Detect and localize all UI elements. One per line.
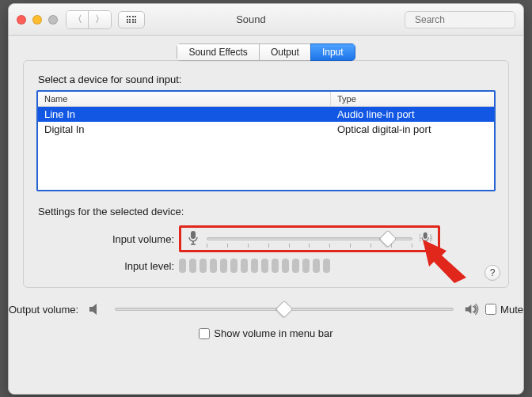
titlebar: 〈 〉 Sound xyxy=(9,4,523,36)
window-title: Sound xyxy=(97,13,405,25)
col-name[interactable]: Name xyxy=(38,92,331,106)
slider-thumb[interactable] xyxy=(276,301,294,319)
speaker-low-icon xyxy=(88,303,104,316)
device-name: Digital In xyxy=(38,122,331,137)
svg-marker-13 xyxy=(466,304,472,314)
help-button[interactable]: ? xyxy=(484,265,500,281)
sound-prefpane-window: 〈 〉 Sound Sound Effects Output Input xyxy=(8,3,524,395)
nav-back-button[interactable]: 〈 xyxy=(66,11,89,28)
input-level-meter xyxy=(179,258,440,274)
show-in-menu-bar-label: Show volume in menu bar xyxy=(214,327,332,339)
zoom-window-button xyxy=(48,15,58,25)
settings-for-device-label: Settings for the selected device: xyxy=(38,206,496,217)
mic-low-icon xyxy=(186,230,200,248)
mute-label: Mute xyxy=(500,304,523,316)
input-volume-highlight xyxy=(179,225,440,252)
input-volume-row: Input volume: xyxy=(36,225,496,252)
tab-bar: Sound Effects Output Input xyxy=(9,43,523,61)
tab-input[interactable]: Input xyxy=(310,43,355,61)
mic-high-icon xyxy=(419,230,433,248)
show-in-menu-bar-checkbox-input[interactable] xyxy=(199,328,210,339)
output-volume-slider[interactable] xyxy=(115,301,454,317)
search-field[interactable] xyxy=(405,11,515,28)
speaker-high-icon xyxy=(465,302,481,316)
device-type: Optical digital-in port xyxy=(331,122,494,137)
window-controls xyxy=(17,15,58,25)
chevron-left-icon: 〈 xyxy=(73,13,82,26)
col-type[interactable]: Type xyxy=(331,92,494,106)
device-name: Line In xyxy=(38,107,331,122)
input-device-table: Name Type Line In Audio line-in port Dig… xyxy=(36,90,496,191)
svg-rect-2 xyxy=(191,231,196,239)
table-header: Name Type xyxy=(38,92,494,107)
input-volume-slider[interactable] xyxy=(207,231,412,247)
svg-rect-5 xyxy=(424,233,428,239)
input-volume-label: Input volume: xyxy=(36,233,179,245)
slider-ticks xyxy=(207,244,412,248)
input-level-label: Input level: xyxy=(36,260,179,272)
output-volume-label: Output volume: xyxy=(9,304,83,316)
input-level-row: Input level: xyxy=(36,252,496,279)
device-type: Audio line-in port xyxy=(331,107,494,122)
input-panel: Select a device for sound input: Name Ty… xyxy=(23,60,509,288)
tab-sound-effects[interactable]: Sound Effects xyxy=(177,43,259,61)
close-window-button[interactable] xyxy=(17,15,26,25)
table-row[interactable]: Digital In Optical digital-in port xyxy=(38,122,494,137)
tab-output[interactable]: Output xyxy=(259,43,310,61)
table-body: Line In Audio line-in port Digital In Op… xyxy=(38,107,494,137)
svg-marker-12 xyxy=(89,304,97,315)
footer: Output volume: xyxy=(9,288,523,346)
show-in-menu-bar-checkbox[interactable]: Show volume in menu bar xyxy=(199,327,332,339)
mute-checkbox-input[interactable] xyxy=(485,304,496,315)
content: Sound Effects Output Input Select a devi… xyxy=(9,36,523,394)
minimize-window-button[interactable] xyxy=(32,15,42,25)
search-input[interactable] xyxy=(413,13,532,26)
table-row[interactable]: Line In Audio line-in port xyxy=(38,107,494,122)
mute-checkbox[interactable]: Mute xyxy=(485,304,523,316)
select-device-label: Select a device for sound input: xyxy=(38,74,496,85)
